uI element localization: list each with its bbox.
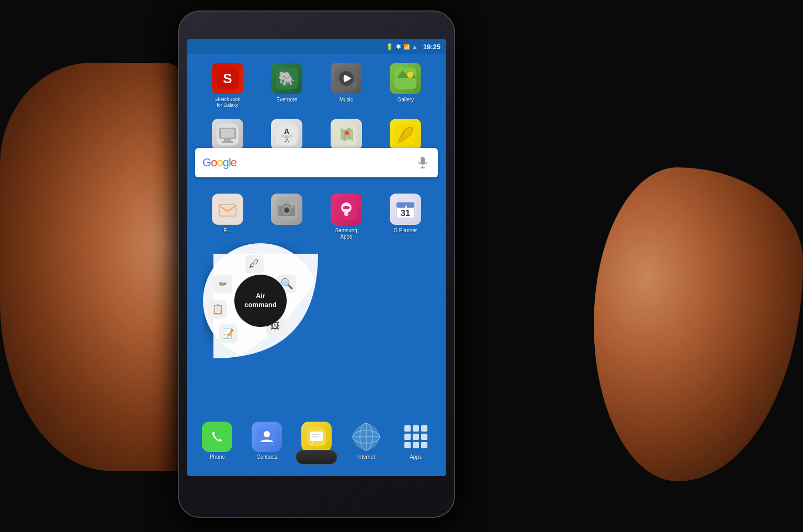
maps-icon bbox=[331, 119, 362, 150]
stranslator-icon: A 文 bbox=[271, 119, 302, 150]
svg-rect-27 bbox=[219, 205, 236, 216]
svg-text:✏: ✏ bbox=[219, 279, 227, 289]
air-command-label: Aircommand bbox=[244, 292, 276, 310]
svg-rect-23 bbox=[421, 157, 425, 164]
status-icons: 🔋 ✱ 📶 ▲ 19:25 bbox=[386, 43, 440, 51]
svg-point-31 bbox=[291, 206, 293, 208]
app-row-3: E... bbox=[198, 194, 435, 240]
svg-point-10 bbox=[407, 72, 413, 78]
app-splanner[interactable]: ▐ 31 S Planner bbox=[382, 194, 429, 240]
evernote-label: Evernote bbox=[276, 97, 297, 103]
gallery-label: Gallery bbox=[397, 97, 414, 103]
phone-icon bbox=[202, 422, 232, 452]
phone-device: 🔋 ✱ 📶 ▲ 19:25 S Sketch bbox=[178, 10, 455, 518]
app-camera[interactable] bbox=[263, 194, 310, 240]
svg-rect-15 bbox=[222, 141, 233, 143]
air-command-menu[interactable]: 🖊 ✏ 📋 📝 🔍 🖼 Aircommand bbox=[203, 243, 318, 358]
battery-icon: 🔋 bbox=[386, 43, 393, 50]
microphone-icon[interactable] bbox=[415, 155, 431, 171]
svg-rect-68 bbox=[404, 434, 411, 440]
app-grid-row3: E... bbox=[187, 188, 446, 251]
svg-rect-71 bbox=[404, 442, 411, 448]
groupplay-icon bbox=[212, 119, 243, 150]
dock-contacts[interactable]: Contacts bbox=[246, 422, 288, 460]
svg-point-21 bbox=[345, 131, 349, 135]
svg-point-30 bbox=[285, 208, 289, 212]
samsung-apps-icon bbox=[331, 194, 362, 225]
apps-icon bbox=[401, 422, 431, 452]
svg-rect-65 bbox=[404, 425, 411, 432]
svg-rect-13 bbox=[221, 129, 234, 138]
google-logo: Google bbox=[202, 156, 236, 169]
gallery-icon bbox=[390, 63, 421, 94]
air-command-center-button[interactable]: Aircommand bbox=[234, 275, 287, 327]
svg-rect-72 bbox=[413, 442, 419, 448]
svg-point-54 bbox=[264, 431, 270, 437]
svg-rect-73 bbox=[421, 442, 427, 448]
evernote-icon: 🐘 bbox=[271, 63, 302, 94]
bluetooth-icon: ✱ bbox=[396, 43, 401, 50]
google-search-bar[interactable]: Google bbox=[195, 148, 438, 177]
internet-icon bbox=[351, 422, 381, 452]
music-icon bbox=[331, 63, 362, 94]
samsung-apps-label: SamsungApps bbox=[335, 228, 357, 240]
app-samsung-apps[interactable]: SamsungApps bbox=[323, 194, 370, 240]
home-button[interactable] bbox=[296, 450, 337, 465]
svg-rect-70 bbox=[421, 434, 427, 440]
svg-text:🐘: 🐘 bbox=[278, 70, 296, 87]
app-gallery[interactable]: Gallery bbox=[382, 63, 429, 108]
svg-rect-69 bbox=[413, 434, 419, 440]
email-label: E... bbox=[223, 228, 231, 234]
svg-point-34 bbox=[344, 212, 348, 216]
messages-icon bbox=[301, 422, 332, 452]
svg-rect-67 bbox=[421, 425, 427, 432]
app-email[interactable]: E... bbox=[204, 194, 251, 240]
contacts-icon bbox=[252, 422, 282, 452]
contacts-label: Contacts bbox=[256, 454, 277, 460]
sketchbook-icon: S bbox=[212, 63, 243, 94]
splanner-label: S Planner bbox=[394, 228, 417, 234]
app-evernote[interactable]: 🐘 Evernote bbox=[263, 63, 310, 108]
dock-phone[interactable]: Phone bbox=[196, 422, 238, 460]
camera-icon bbox=[271, 194, 302, 225]
svg-rect-14 bbox=[224, 139, 231, 141]
svg-text:S: S bbox=[223, 71, 232, 86]
svg-rect-66 bbox=[413, 425, 419, 432]
svg-rect-52 bbox=[208, 427, 227, 446]
svg-text:31: 31 bbox=[401, 209, 410, 218]
actionmemo-icon bbox=[390, 119, 421, 150]
dock-apps[interactable]: Apps bbox=[395, 422, 437, 460]
svg-text:🖊: 🖊 bbox=[249, 258, 259, 269]
app-sketchbook[interactable]: S SketchBookfor Galaxy bbox=[204, 63, 251, 108]
phone-label: Phone bbox=[210, 454, 225, 460]
svg-text:A: A bbox=[284, 127, 289, 135]
svg-text:📝: 📝 bbox=[222, 328, 234, 339]
signal-icon: 📶 bbox=[403, 44, 410, 50]
app-music[interactable]: Music bbox=[323, 63, 370, 108]
svg-rect-8 bbox=[394, 67, 416, 89]
apps-label: Apps bbox=[410, 454, 422, 460]
phone-screen: 🔋 ✱ 📶 ▲ 19:25 S Sketch bbox=[187, 39, 446, 476]
status-bar: 🔋 ✱ 📶 ▲ 19:25 bbox=[187, 39, 446, 54]
wifi-icon: ▲ bbox=[412, 44, 417, 50]
svg-text:📋: 📋 bbox=[212, 303, 224, 315]
sketchbook-label: SketchBookfor Galaxy bbox=[215, 97, 240, 108]
splanner-icon: ▐ 31 bbox=[390, 194, 421, 225]
svg-text:文: 文 bbox=[284, 136, 290, 142]
internet-label: Internet bbox=[357, 454, 375, 460]
status-time: 19:25 bbox=[423, 43, 440, 51]
music-label: Music bbox=[340, 97, 353, 103]
dock-internet[interactable]: Internet bbox=[345, 422, 387, 460]
app-row-1: S SketchBookfor Galaxy 🐘 Evernote bbox=[198, 63, 435, 108]
email-icon bbox=[212, 194, 243, 225]
